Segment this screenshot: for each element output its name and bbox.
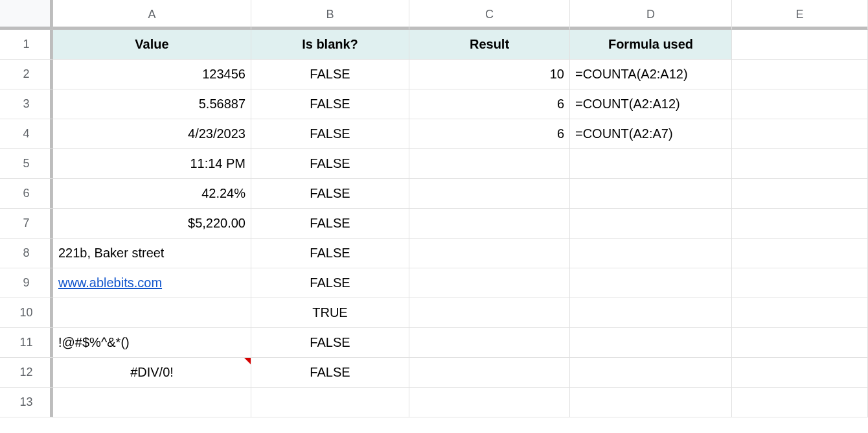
cell-B9[interactable]: FALSE <box>251 268 409 298</box>
row-header-11[interactable]: 11 <box>0 328 53 358</box>
column-header-D[interactable]: D <box>570 0 732 30</box>
cell-C6[interactable] <box>409 179 570 209</box>
cell-E2[interactable] <box>732 60 868 89</box>
cell-C10[interactable] <box>409 298 570 328</box>
cell-B5[interactable]: FALSE <box>251 149 409 179</box>
cell-A11[interactable]: !@#$%^&*() <box>53 328 251 358</box>
cell-D7[interactable] <box>570 209 732 239</box>
cell-B11[interactable]: FALSE <box>251 328 409 358</box>
cell-E8[interactable] <box>732 239 868 268</box>
select-all-corner[interactable] <box>0 0 53 30</box>
cell-D11[interactable] <box>570 328 732 358</box>
column-header-C[interactable]: C <box>409 0 570 30</box>
cell-B7[interactable]: FALSE <box>251 209 409 239</box>
cell-C11[interactable] <box>409 328 570 358</box>
cell-E7[interactable] <box>732 209 868 239</box>
cell-E10[interactable] <box>732 298 868 328</box>
cell-E4[interactable] <box>732 119 868 149</box>
row-header-12[interactable]: 12 <box>0 358 53 388</box>
cell-A5[interactable]: 11:14 PM <box>53 149 251 179</box>
cell-C4[interactable]: 6 <box>409 119 570 149</box>
cell-E12[interactable] <box>732 358 868 388</box>
row-header-3[interactable]: 3 <box>0 89 53 119</box>
cell-A10[interactable] <box>53 298 251 328</box>
cell-A4[interactable]: 4/23/2023 <box>53 119 251 149</box>
cell-C1[interactable]: Result <box>409 30 570 60</box>
row-header-5[interactable]: 5 <box>0 149 53 179</box>
cell-B4[interactable]: FALSE <box>251 119 409 149</box>
spreadsheet-grid[interactable]: ABCDE1ValueIs blank?ResultFormula used21… <box>0 0 868 417</box>
cell-A1[interactable]: Value <box>53 30 251 60</box>
column-header-E[interactable]: E <box>732 0 868 30</box>
cell-B1[interactable]: Is blank? <box>251 30 409 60</box>
cell-C2[interactable]: 10 <box>409 60 570 89</box>
cell-D4[interactable]: =COUNT(A2:A7) <box>570 119 732 149</box>
row-header-2[interactable]: 2 <box>0 60 53 89</box>
cell-E3[interactable] <box>732 89 868 119</box>
row-header-4[interactable]: 4 <box>0 119 53 149</box>
cell-D9[interactable] <box>570 268 732 298</box>
cell-D1[interactable]: Formula used <box>570 30 732 60</box>
cell-C3[interactable]: 6 <box>409 89 570 119</box>
cell-C12[interactable] <box>409 358 570 388</box>
cell-A2[interactable]: 123456 <box>53 60 251 89</box>
cell-A7[interactable]: $5,220.00 <box>53 209 251 239</box>
column-header-A[interactable]: A <box>53 0 251 30</box>
cell-B8[interactable]: FALSE <box>251 239 409 268</box>
cell-D10[interactable] <box>570 298 732 328</box>
cell-C13[interactable] <box>409 388 570 417</box>
cell-D12[interactable] <box>570 358 732 388</box>
cell-D6[interactable] <box>570 179 732 209</box>
row-header-10[interactable]: 10 <box>0 298 53 328</box>
cell-E11[interactable] <box>732 328 868 358</box>
cell-A9[interactable]: www.ablebits.com <box>53 268 251 298</box>
cell-C9[interactable] <box>409 268 570 298</box>
cell-B12[interactable]: FALSE <box>251 358 409 388</box>
cell-A12[interactable]: #DIV/0! <box>53 358 251 388</box>
cell-E6[interactable] <box>732 179 868 209</box>
cell-A8[interactable]: 221b, Baker street <box>53 239 251 268</box>
cell-B6[interactable]: FALSE <box>251 179 409 209</box>
cell-B10[interactable]: TRUE <box>251 298 409 328</box>
cell-E1[interactable] <box>732 30 868 60</box>
cell-B3[interactable]: FALSE <box>251 89 409 119</box>
cell-B2[interactable]: FALSE <box>251 60 409 89</box>
row-header-7[interactable]: 7 <box>0 209 53 239</box>
row-header-13[interactable]: 13 <box>0 388 53 417</box>
cell-D13[interactable] <box>570 388 732 417</box>
cell-A13[interactable] <box>53 388 251 417</box>
row-header-9[interactable]: 9 <box>0 268 53 298</box>
cell-E9[interactable] <box>732 268 868 298</box>
cell-D8[interactable] <box>570 239 732 268</box>
cell-A6[interactable]: 42.24% <box>53 179 251 209</box>
cell-D3[interactable]: =COUNT(A2:A12) <box>570 89 732 119</box>
cell-C8[interactable] <box>409 239 570 268</box>
row-header-6[interactable]: 6 <box>0 179 53 209</box>
cell-D2[interactable]: =COUNTA(A2:A12) <box>570 60 732 89</box>
cell-C7[interactable] <box>409 209 570 239</box>
cell-B13[interactable] <box>251 388 409 417</box>
cell-A3[interactable]: 5.56887 <box>53 89 251 119</box>
cell-E13[interactable] <box>732 388 868 417</box>
cell-E5[interactable] <box>732 149 868 179</box>
cell-D5[interactable] <box>570 149 732 179</box>
cell-C5[interactable] <box>409 149 570 179</box>
column-header-B[interactable]: B <box>251 0 409 30</box>
row-header-1[interactable]: 1 <box>0 30 53 60</box>
row-header-8[interactable]: 8 <box>0 239 53 268</box>
